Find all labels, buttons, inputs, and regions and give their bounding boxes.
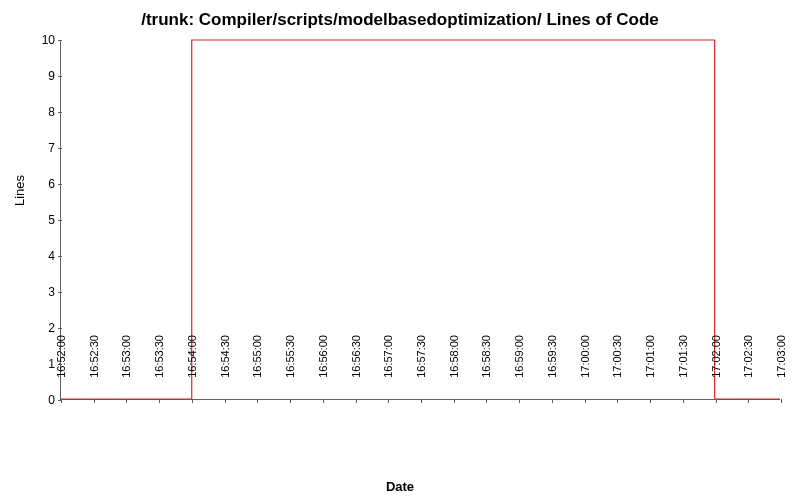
x-tick: 17:00:30 xyxy=(611,335,623,405)
x-tick: 16:55:30 xyxy=(284,335,296,405)
x-tick: 16:56:00 xyxy=(317,335,329,405)
x-tick: 16:52:00 xyxy=(55,335,67,405)
x-tick: 16:56:30 xyxy=(350,335,362,405)
x-tick: 16:54:00 xyxy=(186,335,198,405)
loc-chart: /trunk: Compiler/scripts/modelbasedoptim… xyxy=(0,0,800,500)
plot-area: 01234567891016:52:0016:52:3016:53:0016:5… xyxy=(60,40,780,400)
y-tick: 3 xyxy=(25,285,61,299)
x-tick: 16:59:30 xyxy=(546,335,558,405)
x-axis-label: Date xyxy=(0,479,800,494)
y-tick: 4 xyxy=(25,249,61,263)
x-tick: 16:53:30 xyxy=(153,335,165,405)
y-tick: 8 xyxy=(25,105,61,119)
y-tick: 7 xyxy=(25,141,61,155)
y-tick: 6 xyxy=(25,177,61,191)
x-tick: 17:00:00 xyxy=(579,335,591,405)
y-tick: 10 xyxy=(25,33,61,47)
x-tick: 17:03:00 xyxy=(775,335,787,405)
x-tick: 16:57:00 xyxy=(382,335,394,405)
x-tick: 16:58:00 xyxy=(448,335,460,405)
x-tick: 16:59:00 xyxy=(513,335,525,405)
y-tick: 5 xyxy=(25,213,61,227)
x-tick: 16:55:00 xyxy=(251,335,263,405)
x-tick: 17:02:00 xyxy=(710,335,722,405)
chart-title: /trunk: Compiler/scripts/modelbasedoptim… xyxy=(0,10,800,30)
x-tick: 17:02:30 xyxy=(742,335,754,405)
y-tick: 2 xyxy=(25,321,61,335)
x-tick: 16:57:30 xyxy=(415,335,427,405)
y-tick: 9 xyxy=(25,69,61,83)
x-tick: 17:01:30 xyxy=(677,335,689,405)
x-tick: 16:53:00 xyxy=(120,335,132,405)
x-tick: 17:01:00 xyxy=(644,335,656,405)
x-tick: 16:52:30 xyxy=(88,335,100,405)
x-tick: 16:58:30 xyxy=(480,335,492,405)
x-tick: 16:54:30 xyxy=(219,335,231,405)
